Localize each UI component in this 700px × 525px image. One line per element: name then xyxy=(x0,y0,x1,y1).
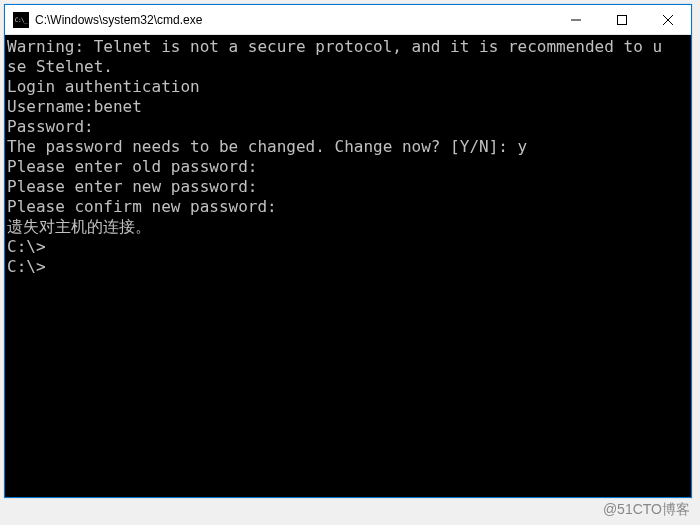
terminal-line: 遗失对主机的连接。 xyxy=(7,217,689,237)
cmd-icon xyxy=(13,12,29,28)
terminal-line: C:\> xyxy=(7,257,689,277)
minimize-button[interactable] xyxy=(553,5,599,34)
terminal-line: Username:benet xyxy=(7,97,689,117)
terminal-line: C:\> xyxy=(7,237,689,257)
terminal-line: Login authentication xyxy=(7,77,689,97)
terminal-line: The password needs to be changed. Change… xyxy=(7,137,689,157)
maximize-icon xyxy=(617,15,627,25)
maximize-button[interactable] xyxy=(599,5,645,34)
titlebar: C:\Windows\system32\cmd.exe xyxy=(5,5,691,35)
terminal-line: Please enter old password: xyxy=(7,157,689,177)
svg-rect-1 xyxy=(618,15,627,24)
watermark: @51CTO博客 xyxy=(603,501,690,519)
terminal-line: Please enter new password: xyxy=(7,177,689,197)
terminal-output[interactable]: Warning: Telnet is not a secure protocol… xyxy=(5,35,691,497)
terminal-line: se Stelnet. xyxy=(7,57,689,77)
terminal-line: Warning: Telnet is not a secure protocol… xyxy=(7,37,689,57)
close-icon xyxy=(663,15,673,25)
minimize-icon xyxy=(571,15,581,25)
terminal-line: Please confirm new password: xyxy=(7,197,689,217)
window-title: C:\Windows\system32\cmd.exe xyxy=(35,13,553,27)
terminal-line: Password: xyxy=(7,117,689,137)
cmd-window: C:\Windows\system32\cmd.exe Warning: Tel… xyxy=(4,4,692,498)
close-button[interactable] xyxy=(645,5,691,34)
window-controls xyxy=(553,5,691,34)
